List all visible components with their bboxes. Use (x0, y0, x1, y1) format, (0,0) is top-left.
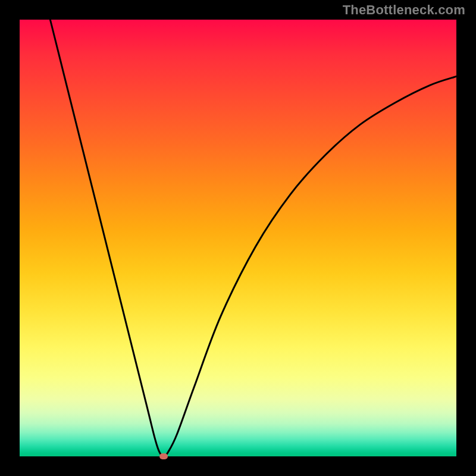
min-marker (159, 453, 168, 459)
bottleneck-curve-path (50, 20, 456, 456)
curve-svg (20, 20, 456, 456)
chart-frame: TheBottleneck.com (0, 0, 476, 476)
watermark-text: TheBottleneck.com (343, 2, 465, 18)
plot-area (20, 20, 456, 456)
